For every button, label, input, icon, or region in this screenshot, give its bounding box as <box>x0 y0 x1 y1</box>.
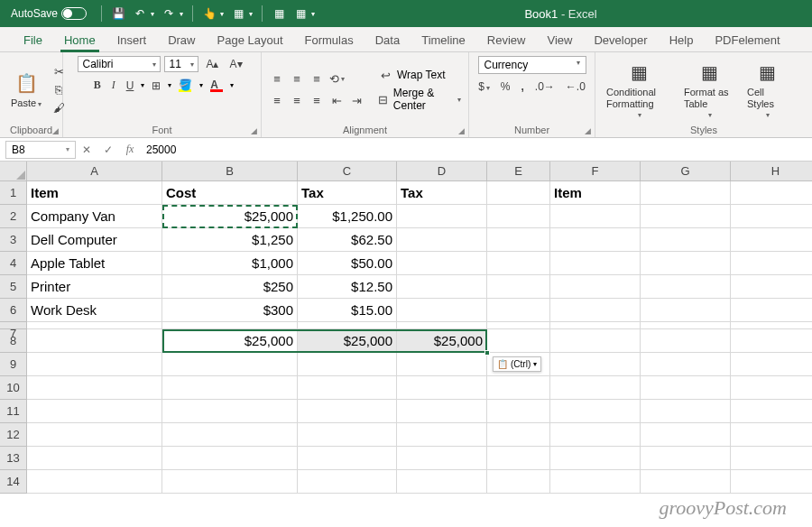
dialog-launcher-icon[interactable]: ◢ <box>458 126 465 135</box>
cell-B11[interactable] <box>162 400 298 423</box>
tab-data[interactable]: Data <box>364 28 411 51</box>
cell-G4[interactable] <box>641 252 731 275</box>
cell-E14[interactable] <box>487 470 550 494</box>
row-header-12[interactable]: 12 <box>0 423 27 447</box>
cell-G1[interactable] <box>641 181 731 205</box>
cell-H1[interactable] <box>731 181 812 205</box>
cell-G5[interactable] <box>641 275 731 299</box>
row-header-8[interactable]: 8 <box>0 329 27 353</box>
orientation-icon[interactable]: ⟲ <box>328 70 345 87</box>
cell-G6[interactable] <box>641 299 731 322</box>
tab-timeline[interactable]: Timeline <box>411 28 476 51</box>
tab-file[interactable]: File <box>13 28 53 51</box>
align-top-icon[interactable]: ≡ <box>269 70 285 87</box>
dialog-launcher-icon[interactable]: ◢ <box>52 126 59 135</box>
cell-G14[interactable] <box>641 470 731 494</box>
cell-D10[interactable] <box>397 376 487 400</box>
cell-G12[interactable] <box>641 423 731 447</box>
cell-A4[interactable]: Apple Tablet <box>27 252 162 275</box>
cell-H12[interactable] <box>731 423 812 447</box>
cell-C2[interactable]: $1,250.00 <box>298 205 397 228</box>
cell-E12[interactable] <box>487 423 550 447</box>
cell-B7[interactable] <box>162 322 298 329</box>
cell-F1[interactable]: Item <box>550 181 641 205</box>
decrease-font-icon[interactable]: A▾ <box>226 57 246 71</box>
bold-button[interactable]: B <box>90 78 105 93</box>
align-left-icon[interactable]: ≡ <box>269 92 285 108</box>
cell-H2[interactable] <box>731 205 812 228</box>
align-center-icon[interactable]: ≡ <box>289 92 305 108</box>
col-header-H[interactable]: H <box>731 162 812 181</box>
cell-F5[interactable] <box>550 275 641 299</box>
cell-B5[interactable]: $250 <box>162 275 298 299</box>
paste-button[interactable]: 📋 Paste <box>7 70 45 108</box>
spreadsheet-grid[interactable]: ABCDEFGH 1234567891011121314 ItemCostTax… <box>0 162 812 181</box>
cell-C3[interactable]: $62.50 <box>298 228 397 252</box>
font-name-select[interactable]: Calibri <box>78 56 161 72</box>
cell-A2[interactable]: Company Van <box>27 205 162 228</box>
row-header-9[interactable]: 9 <box>0 353 27 376</box>
cell-C10[interactable] <box>298 376 397 400</box>
cell-A1[interactable]: Item <box>27 181 162 205</box>
cell-G10[interactable] <box>641 376 731 400</box>
increase-font-icon[interactable]: A▴ <box>202 57 222 71</box>
tab-insert[interactable]: Insert <box>106 28 158 51</box>
name-box[interactable]: B8 <box>5 141 76 159</box>
qat-icon-1[interactable]: ▦ <box>231 6 245 21</box>
tab-draw[interactable]: Draw <box>157 28 206 51</box>
cell-D5[interactable] <box>397 275 487 299</box>
cell-E6[interactable] <box>487 299 550 322</box>
cell-H11[interactable] <box>731 400 812 423</box>
align-right-icon[interactable]: ≡ <box>309 92 325 108</box>
cell-D11[interactable] <box>397 400 487 423</box>
col-header-F[interactable]: F <box>550 162 641 181</box>
font-color-button[interactable]: A <box>207 78 226 93</box>
font-size-select[interactable]: 11 <box>164 56 198 72</box>
cell-D4[interactable] <box>397 252 487 275</box>
row-header-14[interactable]: 14 <box>0 470 27 494</box>
cell-D2[interactable] <box>397 205 487 228</box>
cell-F13[interactable] <box>550 447 641 470</box>
cell-F10[interactable] <box>550 376 641 400</box>
cell-A6[interactable]: Work Desk <box>27 299 162 322</box>
wrap-text-button[interactable]: ↩Wrap Text <box>377 67 461 83</box>
cell-C5[interactable]: $12.50 <box>298 275 397 299</box>
cell-F8[interactable] <box>550 329 641 353</box>
cell-H9[interactable] <box>731 353 812 376</box>
tab-help[interactable]: Help <box>659 28 705 51</box>
cell-H14[interactable] <box>731 470 812 494</box>
col-header-A[interactable]: A <box>27 162 162 181</box>
fill-color-button[interactable]: 🪣 <box>175 78 196 93</box>
cell-H13[interactable] <box>731 447 812 470</box>
cell-C7[interactable] <box>298 322 397 329</box>
cell-H7[interactable] <box>731 322 812 329</box>
cell-styles-button[interactable]: ▦ Cell Styles <box>743 60 790 118</box>
cell-A8[interactable] <box>27 329 162 353</box>
row-header-5[interactable]: 5 <box>0 275 27 299</box>
cell-H4[interactable] <box>731 252 812 275</box>
cell-H5[interactable] <box>731 275 812 299</box>
cell-A10[interactable] <box>27 376 162 400</box>
redo-icon[interactable]: ↷ <box>161 6 176 21</box>
cell-F3[interactable] <box>550 228 641 252</box>
merge-center-button[interactable]: ⊟Merge & Center <box>377 87 461 112</box>
cell-D9[interactable] <box>397 353 487 376</box>
col-header-E[interactable]: E <box>487 162 550 181</box>
save-icon[interactable]: 💾 <box>111 6 125 21</box>
cell-B1[interactable]: Cost <box>162 181 298 205</box>
cell-E10[interactable] <box>487 376 550 400</box>
cell-C1[interactable]: Tax <box>298 181 397 205</box>
tab-view[interactable]: View <box>536 28 583 51</box>
cell-D12[interactable] <box>397 423 487 447</box>
cell-E11[interactable] <box>487 400 550 423</box>
tab-formulas[interactable]: Formulas <box>294 28 364 51</box>
row-header-2[interactable]: 2 <box>0 205 27 228</box>
cell-E1[interactable] <box>487 181 550 205</box>
decrease-indent-icon[interactable]: ⇤ <box>328 92 345 108</box>
fx-icon[interactable]: fx <box>119 143 141 156</box>
qat-icon-2[interactable]: ▦ <box>272 6 286 21</box>
cell-B8[interactable]: $25,000 <box>162 329 298 353</box>
cell-A5[interactable]: Printer <box>27 275 162 299</box>
cell-H10[interactable] <box>731 376 812 400</box>
row-header-6[interactable]: 6 <box>0 299 27 322</box>
